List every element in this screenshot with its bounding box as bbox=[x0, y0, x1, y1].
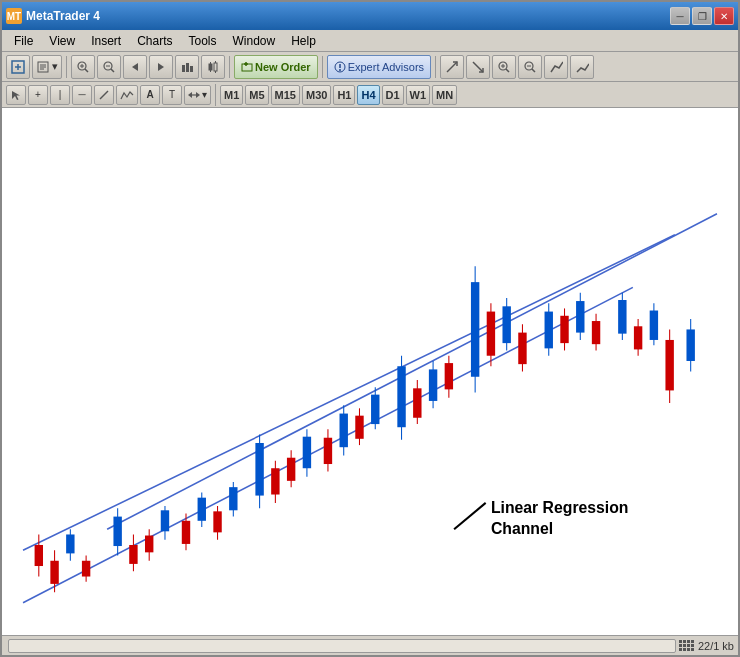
arrow-tool[interactable]: ▾ bbox=[184, 85, 211, 105]
chart-icon-3[interactable] bbox=[492, 55, 516, 79]
svg-rect-98 bbox=[471, 282, 479, 377]
svg-rect-58 bbox=[113, 517, 121, 546]
chart-icon-1[interactable] bbox=[440, 55, 464, 79]
title-bar-left: MT MetaTrader 4 bbox=[6, 8, 100, 24]
svg-rect-66 bbox=[182, 521, 190, 544]
svg-rect-60 bbox=[129, 545, 137, 564]
svg-rect-116 bbox=[634, 326, 642, 349]
svg-rect-118 bbox=[650, 311, 658, 340]
chart-icon-4[interactable] bbox=[518, 55, 542, 79]
svg-rect-64 bbox=[161, 510, 169, 531]
svg-text:Channel: Channel bbox=[491, 520, 553, 537]
period-icon-1[interactable] bbox=[544, 55, 568, 79]
svg-marker-15 bbox=[158, 63, 164, 71]
separator-4 bbox=[435, 56, 436, 78]
toolbar-main: ▾ New Order Expert Advisors bbox=[2, 52, 738, 82]
svg-marker-44 bbox=[188, 92, 192, 98]
chart-icon-2[interactable] bbox=[466, 55, 490, 79]
svg-rect-128 bbox=[687, 640, 690, 643]
status-bar: 22/1 kb bbox=[2, 635, 738, 655]
svg-rect-127 bbox=[683, 640, 686, 643]
period-w1[interactable]: W1 bbox=[406, 85, 431, 105]
line-tool-v[interactable]: | bbox=[50, 85, 70, 105]
svg-rect-76 bbox=[271, 468, 279, 494]
close-button[interactable]: ✕ bbox=[714, 7, 734, 25]
svg-rect-72 bbox=[229, 487, 237, 510]
minimize-button[interactable]: ─ bbox=[670, 7, 690, 25]
period-m1[interactable]: M1 bbox=[220, 85, 243, 105]
svg-rect-126 bbox=[679, 640, 682, 643]
menu-window[interactable]: Window bbox=[225, 32, 284, 50]
svg-point-30 bbox=[339, 69, 341, 71]
svg-rect-92 bbox=[413, 388, 421, 417]
menu-file[interactable]: File bbox=[6, 32, 41, 50]
svg-line-38 bbox=[532, 69, 535, 72]
svg-rect-50 bbox=[35, 545, 43, 566]
svg-rect-18 bbox=[190, 66, 193, 72]
menu-charts[interactable]: Charts bbox=[129, 32, 180, 50]
new-order-button[interactable]: New Order bbox=[234, 55, 318, 79]
svg-rect-104 bbox=[518, 333, 526, 365]
app-icon-text: MT bbox=[7, 11, 21, 22]
nav-right-button[interactable] bbox=[149, 55, 173, 79]
drawing-separator bbox=[215, 84, 216, 106]
period-h4[interactable]: H4 bbox=[357, 85, 379, 105]
expert-advisors-button[interactable]: Expert Advisors bbox=[327, 55, 431, 79]
svg-rect-78 bbox=[287, 458, 295, 481]
text-tool-a[interactable]: A bbox=[140, 85, 160, 105]
status-info: 22/1 kb bbox=[698, 640, 734, 652]
app-icon: MT bbox=[6, 8, 22, 24]
svg-rect-86 bbox=[355, 416, 363, 439]
period-d1[interactable]: D1 bbox=[382, 85, 404, 105]
template-button[interactable]: ▾ bbox=[32, 55, 62, 79]
svg-rect-22 bbox=[214, 63, 217, 71]
period-h1[interactable]: H1 bbox=[333, 85, 355, 105]
period-mn[interactable]: MN bbox=[432, 85, 457, 105]
menu-tools[interactable]: Tools bbox=[181, 32, 225, 50]
cursor-tool[interactable] bbox=[6, 85, 26, 105]
svg-rect-52 bbox=[50, 561, 58, 584]
svg-rect-80 bbox=[303, 437, 311, 469]
candle-view-button[interactable] bbox=[201, 55, 225, 79]
svg-rect-108 bbox=[560, 316, 568, 343]
restore-button[interactable]: ❐ bbox=[692, 7, 712, 25]
svg-rect-110 bbox=[576, 301, 584, 333]
svg-rect-45 bbox=[2, 119, 738, 624]
svg-rect-19 bbox=[209, 64, 212, 70]
svg-rect-16 bbox=[182, 65, 185, 72]
svg-marker-14 bbox=[132, 63, 138, 71]
svg-rect-134 bbox=[679, 648, 682, 651]
grid-icon bbox=[678, 639, 694, 653]
svg-rect-106 bbox=[545, 312, 553, 349]
period-m5[interactable]: M5 bbox=[245, 85, 268, 105]
window-controls: ─ ❐ ✕ bbox=[670, 7, 734, 25]
horizontal-scrollbar[interactable] bbox=[8, 639, 676, 653]
new-chart-button[interactable] bbox=[6, 55, 30, 79]
chart-type-button[interactable] bbox=[175, 55, 199, 79]
svg-line-31 bbox=[447, 62, 457, 72]
svg-rect-136 bbox=[687, 648, 690, 651]
zoom-out-button[interactable] bbox=[97, 55, 121, 79]
crosshair-tool[interactable]: + bbox=[28, 85, 48, 105]
period-icon-2[interactable] bbox=[570, 55, 594, 79]
chart-area: Linear Regression Channel bbox=[2, 108, 738, 635]
line-tool-d[interactable] bbox=[94, 85, 114, 105]
line-tool-h[interactable]: ─ bbox=[72, 85, 92, 105]
text-tool-t[interactable]: T bbox=[162, 85, 182, 105]
svg-rect-122 bbox=[686, 329, 694, 361]
svg-line-12 bbox=[111, 69, 114, 72]
period-m15[interactable]: M15 bbox=[271, 85, 300, 105]
toolbar-drawing: + | ─ A T ▾ M1 M5 M15 M30 H1 H4 D1 W1 MN bbox=[2, 82, 738, 108]
menu-insert[interactable]: Insert bbox=[83, 32, 129, 50]
nav-left-button[interactable] bbox=[123, 55, 147, 79]
svg-rect-88 bbox=[371, 395, 379, 424]
menu-help[interactable]: Help bbox=[283, 32, 324, 50]
wave-tool[interactable] bbox=[116, 85, 138, 105]
period-m30[interactable]: M30 bbox=[302, 85, 331, 105]
zoom-in-button[interactable] bbox=[71, 55, 95, 79]
menu-view[interactable]: View bbox=[41, 32, 83, 50]
svg-rect-68 bbox=[198, 498, 206, 521]
svg-line-41 bbox=[100, 91, 108, 99]
svg-rect-25 bbox=[242, 64, 252, 71]
main-window: MT MetaTrader 4 ─ ❐ ✕ File View Insert C… bbox=[0, 0, 740, 657]
